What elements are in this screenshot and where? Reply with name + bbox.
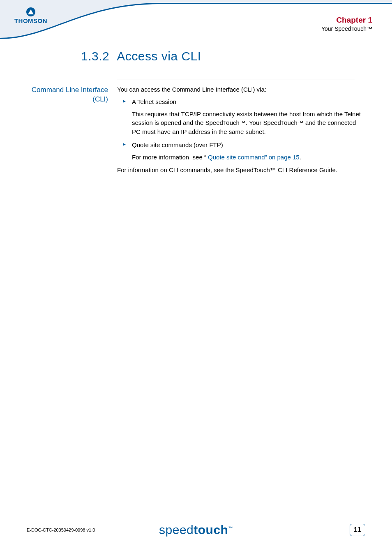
header-right: Chapter 1 Your SpeedTouch™	[321, 16, 372, 32]
detail-suffix: .	[300, 154, 301, 161]
document-id: E-DOC-CTC-20050429-0098 v1.0	[27, 527, 95, 532]
page-footer: E-DOC-CTC-20050429-0098 v1.0 speedtouch™…	[0, 524, 392, 536]
detail-prefix: For more information, see “	[132, 154, 206, 161]
bullet-detail: For more information, see “ Quote site c…	[132, 153, 365, 162]
bullet-title: Quote site commands (over FTP)	[132, 141, 223, 148]
section-number: 1.3.2	[81, 49, 109, 63]
bullet-list: A Telnet session This requires that TCP/…	[117, 97, 365, 162]
brand-logo-text: THOMSON	[8, 17, 53, 24]
footer-logo-tm: ™	[228, 525, 233, 530]
footer-logo-bold: touch	[194, 523, 228, 537]
body-column: You can access the Command Line Interfac…	[117, 85, 365, 178]
bullet-title: A Telnet session	[132, 98, 176, 105]
list-item: Quote site commands (over FTP) For more …	[117, 140, 365, 162]
content-row: Command Line Interface (CLI) You can acc…	[27, 85, 365, 178]
brand-logo: THOMSON	[8, 7, 53, 24]
footer-logo: speedtouch™	[159, 523, 233, 537]
section-rule	[117, 80, 355, 80]
section-title: Access via CLI	[117, 49, 201, 63]
intro-text: You can access the Command Line Interfac…	[117, 85, 365, 94]
page-number: 11	[350, 524, 365, 536]
bullet-detail: This requires that TCP/IP connectivity e…	[132, 110, 365, 136]
chapter-subtitle: Your SpeedTouch™	[321, 25, 372, 32]
outro-text: For information on CLI commands, see the…	[117, 166, 365, 175]
footer-logo-light: speed	[159, 523, 194, 537]
cross-reference-link[interactable]: Quote site command” on page 15	[206, 154, 300, 161]
chapter-label: Chapter 1	[321, 16, 372, 25]
list-item: A Telnet session This requires that TCP/…	[117, 97, 365, 136]
section-heading: 1.3.2 Access via CLI	[81, 49, 365, 63]
main-content: 1.3.2 Access via CLI Command Line Interf…	[0, 49, 392, 180]
brand-logo-icon	[26, 7, 35, 16]
side-label: Command Line Interface (CLI)	[27, 85, 108, 178]
